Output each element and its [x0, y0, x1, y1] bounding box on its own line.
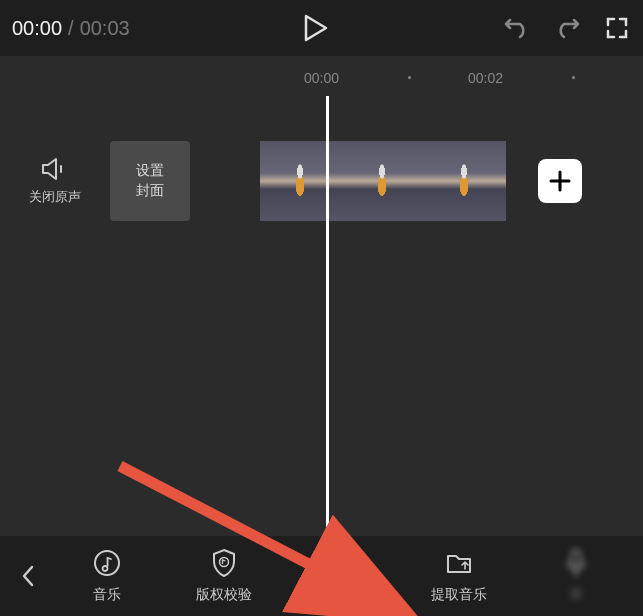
svg-point-3 [220, 558, 229, 567]
play-button[interactable] [294, 6, 338, 50]
star-icon [326, 548, 356, 578]
fullscreen-icon [605, 16, 629, 40]
cover-text-line1: 设置 [136, 161, 164, 181]
redo-icon [554, 17, 580, 39]
speaker-icon [40, 156, 70, 182]
set-cover-button[interactable]: 设置 封面 [110, 141, 190, 221]
toolbar-label: 提取音乐 [431, 586, 487, 604]
undo-button[interactable] [503, 14, 531, 42]
toolbar-item-sound-effect[interactable]: 音效 [294, 548, 389, 604]
current-time: 00:00 [12, 17, 62, 40]
ruler-dot [572, 76, 575, 79]
toolbar-item-record[interactable]: 录 [529, 548, 624, 604]
toolbar-item-copyright[interactable]: 版权校验 [177, 548, 272, 604]
bottom-toolbar: 音乐 版权校验 音效 [0, 536, 643, 616]
chevron-left-icon [21, 564, 35, 588]
mic-icon [561, 548, 591, 578]
toolbar-label: 录 [569, 586, 583, 604]
top-bar: 00:00 / 00:03 [0, 0, 643, 56]
music-icon [92, 548, 122, 578]
total-time: 00:03 [80, 17, 130, 40]
ruler-mark: 00:02 [468, 70, 503, 86]
toolbar-label: 音乐 [93, 586, 121, 604]
mute-label: 关闭原声 [29, 188, 81, 206]
toolbar-label: 音效 [327, 586, 355, 604]
playhead[interactable] [326, 96, 329, 536]
undo-icon [504, 17, 530, 39]
toolbar-item-extract-music[interactable]: 提取音乐 [411, 548, 506, 604]
ruler-dot [408, 76, 411, 79]
clip-thumbnail[interactable] [342, 141, 424, 221]
video-clips[interactable] [260, 141, 506, 221]
time-display: 00:00 / 00:03 [12, 17, 130, 40]
plus-icon [549, 170, 571, 192]
back-button[interactable] [8, 546, 48, 606]
cover-text-line2: 封面 [136, 181, 164, 201]
clip-thumbnail[interactable] [424, 141, 506, 221]
folder-icon [444, 548, 474, 578]
toolbar-label: 版权校验 [196, 586, 252, 604]
play-icon [304, 14, 328, 42]
toolbar-item-music[interactable]: 音乐 [59, 548, 154, 604]
fullscreen-button[interactable] [603, 14, 631, 42]
time-separator: / [68, 17, 74, 40]
ruler-mark: 00:00 [304, 70, 339, 86]
shield-icon [209, 548, 239, 578]
redo-button[interactable] [553, 14, 581, 42]
add-clip-button[interactable] [538, 159, 582, 203]
clip-thumbnail[interactable] [260, 141, 342, 221]
video-track: 关闭原声 设置 封面 [0, 136, 643, 226]
timeline-area[interactable]: 00:00 00:02 关闭原声 设置 封面 [0, 56, 643, 536]
mute-toggle[interactable]: 关闭原声 [20, 156, 90, 206]
timeline-ruler: 00:00 00:02 [0, 56, 643, 96]
svg-rect-4 [572, 550, 580, 566]
